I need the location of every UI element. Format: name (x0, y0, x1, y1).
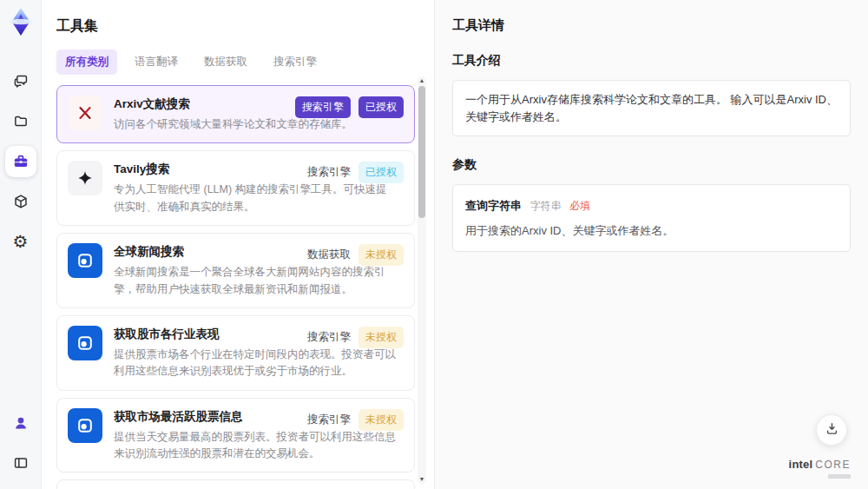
sidebar-item-files[interactable] (5, 106, 36, 137)
core-wordmark: CORE (815, 459, 851, 471)
sidebar-rail: ⚙ (0, 0, 42, 489)
tool-description: 访问各个研究领域大量科学论文和文章的存储库。 (114, 116, 352, 133)
folder-icon (11, 112, 30, 131)
tool-card[interactable]: Tavily搜索 专为人工智能代理 (LLM) 构建的搜索引擎工具。可快速提供实… (56, 150, 415, 226)
tool-badges: 搜索引擎未授权 (307, 327, 404, 348)
status-badge: 未授权 (358, 327, 404, 348)
blue-search-icon (68, 408, 102, 443)
app-window: ⚙ 工具集 所有类别语言翻译数据获取搜索引擎 (0, 0, 868, 489)
detail-title: 工具详情 (452, 17, 851, 34)
gear-icon: ⚙ (13, 233, 29, 250)
tool-badges: 搜索引擎已授权 (295, 96, 404, 118)
status-badge: 已授权 (358, 162, 404, 183)
tab-2[interactable]: 数据获取 (195, 50, 256, 75)
toolbox-icon (11, 152, 30, 171)
intro-heading: 工具介绍 (452, 53, 851, 69)
blue-search-icon (68, 243, 102, 278)
tool-icon (68, 161, 102, 195)
tool-list-panel: 工具集 所有类别语言翻译数据获取搜索引擎 Arxiv文献搜索 访问各个研究领域大… (42, 0, 434, 489)
tavily-star-icon (68, 161, 102, 195)
category-label: 搜索引擎 (307, 165, 351, 180)
tool-description: 专为人工智能代理 (LLM) 构建的搜索引擎工具。可快速提供实时、准确和真实的结… (114, 182, 397, 215)
param-box: 查询字符串 字符串 必填 用于搜索的Arxiv ID、关键字或作者姓名。 (452, 184, 851, 252)
tool-description: 全球新闻搜索是一个聚合全球各大新闻网站内容的搜索引擎，帮助用户快速获取全球最新资… (114, 264, 397, 298)
param-required-badge: 必填 (569, 200, 590, 212)
tool-badges: 搜索引擎未授权 (307, 409, 404, 431)
tool-badges: 搜索引擎已授权 (307, 162, 404, 183)
tool-card[interactable]: 万维地区新闻查询 查询具体行政区划内的新闻，快速了解各地新闻动 搜索引擎未授权 (56, 479, 415, 489)
page-title: 工具集 (56, 17, 411, 36)
tool-card[interactable]: 全球新闻搜索 全球新闻搜索是一个聚合全球各大新闻网站内容的搜索引擎，帮助用户快速… (56, 233, 415, 308)
sidebar-item-settings[interactable]: ⚙ (5, 226, 36, 257)
app-logo (6, 7, 36, 36)
category-tabs: 所有类别语言翻译数据获取搜索引擎 (56, 50, 411, 75)
status-badge: 未授权 (358, 244, 404, 266)
category-label: 搜索引擎 (307, 413, 351, 427)
intro-box: 一个用于从Arxiv存储库搜索科学论文和文章的工具。 输入可以是Arxiv ID… (452, 80, 851, 136)
intel-core-sub-badge (828, 474, 851, 479)
sidebar-item-chat[interactable] (5, 66, 36, 97)
tool-card[interactable]: Arxiv文献搜索 访问各个研究领域大量科学论文和文章的存储库。 搜索引擎已授权 (56, 85, 415, 143)
tool-icon (68, 326, 102, 360)
download-button[interactable] (816, 414, 847, 446)
collapse-panel-icon (11, 453, 30, 472)
category-badge: 搜索引擎 (295, 96, 351, 118)
intel-wordmark: intel (789, 458, 813, 471)
tool-cards: Arxiv文献搜索 访问各个研究领域大量科学论文和文章的存储库。 搜索引擎已授权… (56, 85, 415, 489)
scroll-up-icon[interactable]: ▲ (418, 77, 426, 84)
param-description: 用于搜索的Arxiv ID、关键字或作者姓名。 (465, 222, 838, 240)
param-type: 字符串 (530, 200, 562, 212)
scrollbar-thumb[interactable] (418, 86, 425, 218)
tool-icon (68, 96, 102, 130)
sidebar-item-account[interactable] (5, 407, 36, 439)
blue-search-icon (68, 326, 102, 360)
scroll-down-icon[interactable]: ▼ (418, 476, 426, 483)
category-label: 数据获取 (307, 248, 351, 262)
avatar-icon (11, 413, 30, 433)
download-icon (824, 420, 840, 440)
tool-detail-panel: 工具详情 工具介绍 一个用于从Arxiv存储库搜索科学论文和文章的工具。 输入可… (434, 0, 868, 489)
cube-icon (11, 192, 30, 211)
category-label: 搜索引擎 (307, 330, 351, 345)
tab-3[interactable]: 搜索引擎 (265, 50, 326, 75)
intel-core-logo: intelCORE (789, 456, 851, 479)
tab-1[interactable]: 语言翻译 (126, 50, 187, 75)
status-badge: 已授权 (358, 96, 404, 118)
list-scrollbar[interactable]: ▲ ▼ (418, 76, 426, 484)
tab-0[interactable]: 所有类别 (56, 50, 117, 75)
sidebar-item-packages[interactable] (5, 186, 36, 217)
arxiv-icon (68, 96, 102, 130)
tool-icon (68, 408, 102, 443)
param-head: 查询字符串 字符串 必填 (465, 197, 838, 215)
chat-icon (11, 72, 30, 91)
tool-badges: 数据获取未授权 (307, 244, 404, 266)
sidebar-item-collapse[interactable] (5, 447, 36, 479)
tool-description: 提供股票市场各个行业在特定时间段内的表现。投资者可以利用这些信息来识别表现优于或… (114, 347, 397, 380)
sidebar-item-toolbox[interactable] (5, 146, 36, 177)
tool-card[interactable]: 获取市场最活跃股票信息 提供当天交易量最高的股票列表。投资者可以利用这些信息来识… (56, 398, 415, 473)
params-heading: 参数 (452, 157, 851, 173)
tool-icon (68, 243, 102, 278)
tool-card[interactable]: 获取股市各行业表现 提供股票市场各个行业在特定时间段内的表现。投资者可以利用这些… (56, 315, 415, 391)
tool-description: 提供当天交易量最高的股票列表。投资者可以利用这些信息来识别流动性强的股票和潜在的… (114, 429, 397, 463)
status-badge: 未授权 (358, 409, 404, 431)
param-name: 查询字符串 (465, 199, 522, 212)
